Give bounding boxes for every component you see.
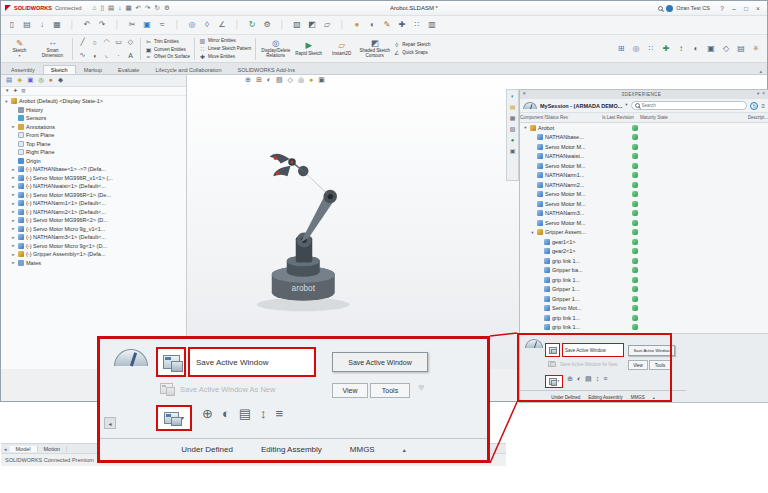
undo-icon[interactable]: ↶: [81, 19, 93, 32]
study-tab[interactable]: Model: [10, 446, 38, 452]
expand-caret-icon[interactable]: ▸: [11, 218, 16, 223]
redo-icon[interactable]: ↷: [145, 5, 150, 12]
close-button[interactable]: ×: [753, 3, 763, 13]
section-view-icon[interactable]: ◐: [222, 407, 230, 420]
expand-caret-icon[interactable]: ▸: [11, 235, 16, 240]
convert-icon[interactable]: ▣: [141, 19, 153, 32]
displaymanager-tab-icon[interactable]: ●: [49, 77, 53, 84]
search-input[interactable]: [642, 103, 744, 108]
tree-item[interactable]: ▸ (-) NATHANarm2<1> (Default<...: [1, 208, 186, 217]
trim-entities-button[interactable]: ✂ Trim Entities: [145, 38, 190, 45]
maximize-button[interactable]: □: [741, 3, 751, 13]
move-icon[interactable]: ✚: [396, 19, 408, 32]
separator[interactable]: │: [276, 19, 288, 32]
point-icon[interactable]: ·: [113, 49, 124, 61]
reference-geometry-icon[interactable]: ◇: [720, 42, 732, 55]
avatar[interactable]: [666, 5, 673, 12]
tree-item[interactable]: Right Plane: [1, 148, 186, 157]
expand-tree-icon[interactable]: ✚: [13, 89, 17, 94]
design-library-icon[interactable]: ▤: [510, 104, 516, 110]
tree-item[interactable]: ▸ (-) Gripper Assembly<1> (Defa...: [1, 250, 186, 259]
open-icon[interactable]: ▤: [108, 5, 114, 12]
ellipse-icon[interactable]: ◖: [89, 49, 100, 61]
text-icon[interactable]: A: [125, 49, 136, 61]
mirror-icon[interactable]: ▥: [426, 19, 438, 32]
tree-item[interactable]: History: [1, 106, 186, 115]
save-as-new-menu-item[interactable]: Save Active Window As New: [180, 385, 275, 394]
table-row[interactable]: NATHANbase...: [520, 133, 768, 143]
3dexperience-tab-icon[interactable]: ◐: [511, 93, 515, 99]
table-row[interactable]: grip link 1...: [520, 256, 768, 266]
print-icon[interactable]: ▦: [125, 5, 131, 12]
search-box[interactable]: [631, 101, 748, 110]
scroll-left-icon[interactable]: ◂: [104, 417, 116, 429]
save-icon[interactable]: ↓: [118, 5, 121, 12]
study-tab[interactable]: Motion: [38, 446, 68, 452]
new-icon[interactable]: ▯: [6, 19, 18, 32]
view-button[interactable]: View: [332, 383, 368, 398]
smart-fasteners-icon[interactable]: ✚: [660, 42, 672, 55]
table-row[interactable]: Gripper ba...: [520, 266, 768, 276]
save-active-window-toolbar-button[interactable]: ▾: [545, 375, 563, 388]
convert-entities-button[interactable]: ▣ Convert Entities: [145, 46, 190, 53]
save-active-window-menu-item[interactable]: Save Active Window: [562, 343, 624, 357]
structure-tree-icon[interactable]: ▤: [585, 375, 592, 382]
3dexperience-compass-icon[interactable]: [523, 102, 537, 109]
expand-caret-icon[interactable]: ▸: [11, 201, 16, 206]
offset-on-surface-button[interactable]: ≈ Offset On Surface: [145, 54, 190, 60]
mirror-entities-button[interactable]: ▥ Mirror Entities: [199, 37, 251, 44]
line-icon[interactable]: ╱: [77, 36, 88, 48]
custom-properties-icon[interactable]: ▣: [510, 148, 516, 154]
pin-ribbon-icon[interactable]: ▴: [759, 68, 767, 74]
table-row[interactable]: gear2<1>: [520, 247, 768, 257]
dimxpert-tab-icon[interactable]: ◎: [38, 77, 44, 84]
repair-sketch-button[interactable]: ◊ Repair Sketch: [393, 42, 430, 48]
session-title[interactable]: MySession - (ARMADA DEMO...: [540, 103, 622, 109]
tree-item[interactable]: ▸ (-) Servo Motor Micro 9g<1> (D...: [1, 242, 186, 251]
zoom-window-icon[interactable]: ⊕: [567, 375, 573, 382]
relations-icon[interactable]: ◎: [186, 19, 198, 32]
table-row[interactable]: Servo Motor M...: [520, 199, 768, 209]
show-hidden-icon[interactable]: ◐: [690, 42, 702, 55]
save-as-new-menu-item[interactable]: Save Active Window As New: [560, 362, 617, 367]
move-entities-button[interactable]: ✚ Move Entities: [199, 53, 251, 60]
rapid-sketch-button[interactable]: ▶ Rapid Sketch: [293, 36, 324, 61]
table-row[interactable]: gear1<1>: [520, 237, 768, 247]
minimize-button[interactable]: –: [729, 3, 739, 13]
tree-item[interactable]: ▸ (-) NATHANarm3<1> (Default<...: [1, 233, 186, 242]
expand-collapse-icon[interactable]: ↕: [596, 375, 600, 382]
tree-item[interactable]: ▸ (-) Servo Motor MG996R_v1<1> (...: [1, 174, 186, 183]
expand-caret-icon[interactable]: ▸: [11, 175, 16, 180]
tree-root-item[interactable]: ▾ Arobot (Default) <Display State-1>: [1, 97, 186, 106]
tree-item[interactable]: ▸ (-) NATHANarm1<1> (Default<...: [1, 199, 186, 208]
section-view-icon[interactable]: ◐: [267, 76, 271, 83]
tree-item[interactable]: Origin: [1, 157, 186, 166]
home-icon[interactable]: ⌂: [93, 5, 97, 12]
pattern-icon[interactable]: ∷: [411, 19, 423, 32]
list-options-icon[interactable]: ≡: [603, 375, 607, 382]
offset-icon[interactable]: ≈: [156, 19, 168, 32]
component-pattern-icon[interactable]: ∷: [645, 42, 657, 55]
table-row[interactable]: grip link 1...: [520, 323, 768, 333]
rebuild-icon[interactable]: ↻: [154, 5, 159, 12]
shaded-sketch-contours-button[interactable]: ◩ Shaded Sketch Contours: [359, 36, 390, 61]
instant2d-button[interactable]: ▱ Instant2D: [326, 36, 357, 61]
display-pane-icon[interactable]: ▥: [21, 89, 25, 94]
table-row[interactable]: Servo Mot...: [520, 304, 768, 314]
polygon-icon[interactable]: ◇: [125, 36, 136, 48]
hamburger-menu-icon[interactable]: ≡: [761, 103, 765, 109]
linear-sketch-pattern-button[interactable]: ∷ Linear Sketch Pattern: [199, 45, 251, 52]
expand-caret-icon[interactable]: ▸: [11, 192, 16, 197]
expand-caret-icon[interactable]: ▾: [530, 230, 535, 235]
hide-show-icon[interactable]: ◎: [298, 76, 304, 83]
tree-item[interactable]: Top Plane: [1, 140, 186, 149]
table-row[interactable]: grip link 1...: [520, 313, 768, 323]
repair-icon[interactable]: ◊: [201, 19, 213, 32]
open-icon[interactable]: ▤: [21, 19, 33, 32]
quick-snaps-button[interactable]: ∠ Quick Snaps: [393, 49, 430, 56]
table-row[interactable]: Servo Motor M...: [520, 218, 768, 228]
panel-collapse-icon[interactable]: ▾: [757, 92, 759, 97]
separator[interactable]: │: [171, 19, 183, 32]
appearance-icon[interactable]: ●: [309, 76, 313, 83]
tree-item[interactable]: Sensors: [1, 114, 186, 123]
